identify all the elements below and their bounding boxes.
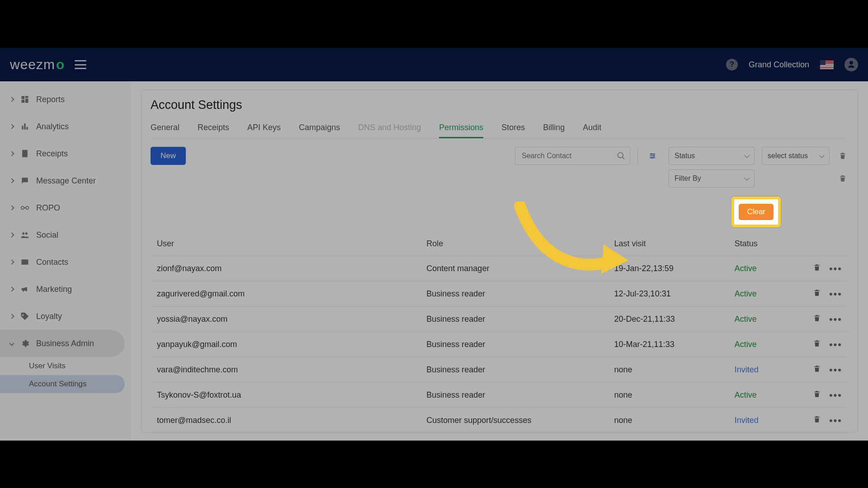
status-badge: Invited: [735, 365, 759, 374]
search-input[interactable]: [515, 147, 630, 165]
delete-row-icon[interactable]: [813, 415, 821, 426]
sidebar-subitem-user-visits[interactable]: User Visits: [0, 357, 131, 375]
chevron-right-icon: [9, 314, 14, 319]
account-name[interactable]: Grand Collection: [749, 60, 809, 70]
dashboard-icon: [20, 94, 30, 104]
sidebar-item-business-admin[interactable]: Business Admin: [0, 330, 125, 357]
chevron-down-icon: [9, 341, 14, 346]
tab-api-keys[interactable]: API Keys: [247, 118, 281, 138]
delete-filter-icon[interactable]: [837, 147, 849, 165]
sidebar-nav: ReportsAnalyticsReceiptsMessage CenterRO…: [0, 81, 131, 441]
tab-campaigns[interactable]: Campaigns: [299, 118, 340, 138]
sidebar-item-label: Business Admin: [36, 339, 94, 348]
filter-by-select[interactable]: Filter By: [669, 169, 755, 188]
tag-icon: [20, 311, 30, 321]
delete-row-icon[interactable]: [813, 339, 821, 350]
tab-general[interactable]: General: [151, 118, 179, 138]
profile-avatar-icon[interactable]: [844, 58, 858, 71]
tab-permissions[interactable]: Permissions: [439, 118, 483, 138]
sidebar-item-loyalty[interactable]: Loyalty: [0, 303, 131, 330]
col-user[interactable]: User: [151, 232, 420, 256]
delete-filter-icon[interactable]: [837, 169, 849, 188]
tab-audit[interactable]: Audit: [583, 118, 601, 138]
table-header-row: User Role Last visit Status: [151, 232, 849, 256]
sidebar-item-contacts[interactable]: Contacts: [0, 249, 131, 276]
delete-row-icon[interactable]: [813, 314, 821, 324]
table-row: tomer@madsec.co.ilCustomer support/succe…: [151, 408, 849, 433]
gear-icon: [20, 338, 30, 348]
search-icon[interactable]: [617, 151, 626, 162]
chevron-right-icon: [9, 259, 14, 264]
people-icon: [20, 230, 30, 240]
select-status-select[interactable]: select status: [762, 147, 830, 165]
col-actions: [791, 232, 849, 256]
cell-user: vara@inditechme.com: [151, 357, 420, 383]
chevron-down-icon: [819, 153, 824, 158]
chevron-down-icon: [744, 153, 749, 158]
clear-button[interactable]: Clear: [739, 204, 774, 220]
chevron-right-icon: [9, 97, 14, 102]
sidebar-item-label: Reports: [36, 95, 65, 104]
cell-role: Content manager: [420, 256, 608, 282]
cell-role: Business reader: [420, 357, 608, 383]
receipt-icon: [20, 149, 30, 159]
col-last-visit[interactable]: Last visit: [608, 232, 728, 256]
delete-row-icon[interactable]: [813, 289, 821, 299]
sidebar-item-label: Social: [36, 230, 58, 240]
sidebar-item-analytics[interactable]: Analytics: [0, 113, 131, 140]
cell-user: tomer@madsec.co.il: [151, 408, 420, 433]
header-right: ? Grand Collection: [726, 58, 858, 71]
tab-stores[interactable]: Stores: [501, 118, 525, 138]
cell-user: zionf@nayax.com: [151, 256, 420, 282]
delete-row-icon[interactable]: [813, 390, 821, 400]
help-icon[interactable]: ?: [726, 59, 738, 70]
sidebar-item-ropo[interactable]: ROPO: [0, 194, 131, 221]
sidebar-item-receipts[interactable]: Receipts: [0, 140, 131, 167]
brand-logo: weezmo: [10, 57, 65, 72]
status-badge: Invited: [735, 416, 759, 425]
tab-dns-and-hosting: DNS and Hosting: [358, 118, 421, 138]
status-filter-select[interactable]: Status: [669, 147, 755, 165]
brand-accent: o: [56, 57, 65, 72]
tab-billing[interactable]: Billing: [543, 118, 565, 138]
table-row: yanpayuk@gmail.comBusiness reader10-Mar-…: [151, 332, 849, 357]
menu-toggle-icon[interactable]: [75, 60, 86, 69]
cell-last-visit: 20-Dec-21,11:33: [608, 307, 728, 332]
sidebar-item-label: Message Center: [36, 176, 96, 186]
table-row: Tsykonov-S@foxtrot.uaBusiness readernone…: [151, 383, 849, 408]
cell-role: Business reader: [420, 307, 608, 332]
sidebar-item-message-center[interactable]: Message Center: [0, 167, 131, 194]
chevron-right-icon: [9, 151, 14, 156]
tab-receipts[interactable]: Receipts: [198, 118, 229, 138]
permissions-toolbar: New Status: [151, 147, 849, 188]
cell-role: Business reader: [420, 282, 608, 307]
app-window: weezmo ? Grand Collection ReportsAnalyti…: [0, 48, 868, 441]
cell-last-visit: none: [608, 357, 728, 383]
delete-row-icon[interactable]: [813, 365, 821, 375]
new-button[interactable]: New: [151, 147, 186, 165]
filter-by-label: Filter By: [675, 174, 701, 183]
sidebar-item-reports[interactable]: Reports: [0, 86, 131, 113]
filter-toggle-icon[interactable]: [645, 147, 661, 165]
sidebar-subitem-account-settings[interactable]: Account Settings: [0, 375, 125, 393]
chevron-right-icon: [9, 232, 14, 237]
sidebar-item-marketing[interactable]: Marketing: [0, 276, 131, 303]
sidebar-item-label: ROPO: [36, 203, 60, 213]
sidebar-item-label: Marketing: [36, 285, 72, 294]
col-role[interactable]: Role: [420, 232, 608, 256]
delete-row-icon[interactable]: [813, 263, 821, 274]
cell-user: yossia@nayax.com: [151, 307, 420, 332]
col-status[interactable]: Status: [728, 232, 791, 256]
main-content: Account Settings GeneralReceiptsAPI Keys…: [131, 81, 868, 441]
chevron-right-icon: [9, 178, 14, 183]
locale-flag-icon[interactable]: [820, 60, 834, 69]
cell-last-visit: none: [608, 383, 728, 408]
settings-tabs: GeneralReceiptsAPI KeysCampaignsDNS and …: [151, 118, 849, 139]
status-filter-label: Status: [675, 152, 695, 160]
table-row: yossia@nayax.comBusiness reader20-Dec-21…: [151, 307, 849, 332]
cell-user: yanpayuk@gmail.com: [151, 332, 420, 357]
clear-highlight: Clear: [731, 197, 781, 227]
sidebar-item-social[interactable]: Social: [0, 221, 131, 249]
search-contact-field: [515, 147, 630, 165]
chat-icon: [20, 176, 30, 186]
